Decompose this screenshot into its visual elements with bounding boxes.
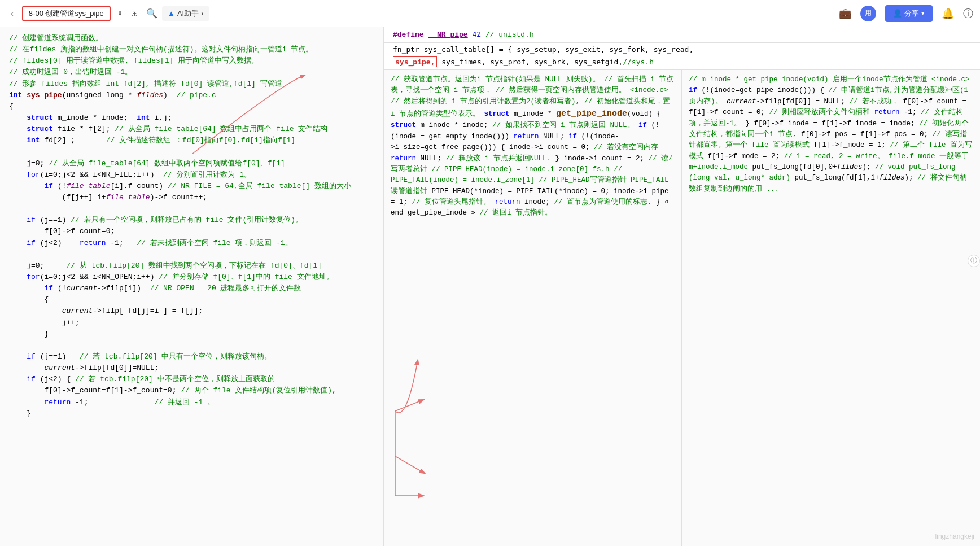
left-code-block[interactable]: // 创建管道系统调用函数。 // 在fildes 所指的数组中创建一对文件句柄… — [0, 27, 383, 546]
ai-assistant-button[interactable]: ▲ AI助手 › — [162, 6, 209, 21]
right-col-2[interactable]: // m_inode * get_pipe_inode(void) 启用一个in… — [682, 70, 980, 546]
tag-icon[interactable]: ⚓ — [132, 8, 137, 19]
right-col-1[interactable]: // 获取管道节点。返回为i 节点指针(如果是 NULL 则失败)。 // 首先… — [384, 70, 682, 546]
circle-icon[interactable]: ⓘ — [963, 7, 973, 20]
share-dropdown-icon: ▾ — [921, 10, 925, 17]
download-icon[interactable]: ⬇ — [117, 8, 123, 19]
bell-icon[interactable]: 🔔 — [942, 7, 954, 19]
top-strip: #define __NR_pipe 42 // unistd.h — [384, 27, 980, 43]
share-icon: 👤 — [893, 9, 902, 18]
right-col-2-code: // m_inode * get_pipe_inode(void) 启用一个in… — [689, 75, 973, 195]
ai-arrow-icon: › — [201, 9, 203, 18]
avatar[interactable]: 用 — [860, 6, 876, 21]
tab-label[interactable]: 8-00 创建管道sys_pipe — [22, 6, 111, 21]
header-icons: ⬇ ⚓ 🔍 — [117, 8, 158, 19]
search-icon[interactable]: 🔍 — [146, 8, 158, 19]
info-icon[interactable]: ⓘ — [968, 255, 980, 267]
right-main: // 获取管道节点。返回为i 节点指针(如果是 NULL 则失败)。 // 首先… — [384, 70, 980, 546]
sys-call-table-line: fn_ptr sys_call_table[] = { sys_setup, s… — [384, 43, 980, 56]
briefcase-icon[interactable]: 💼 — [839, 7, 851, 19]
right-col-1-code: // 获取管道节点。返回为i 节点指针(如果是 NULL 则失败)。 // 首先… — [391, 75, 675, 219]
left-pane: // 创建管道系统调用函数。 // 在fildes 所指的数组中创建一对文件句柄… — [0, 27, 384, 546]
right-pane: #define __NR_pipe 42 // unistd.h fn_ptr … — [384, 27, 980, 546]
share-label: 分享 — [904, 8, 919, 19]
main-container: // 创建管道系统调用函数。 // 在fildes 所指的数组中创建一对文件句柄… — [0, 27, 980, 546]
ai-logo: ▲ — [168, 9, 175, 18]
sys-pipe-line: sys_pipe, sys_times, sys_prof, sys_brk, … — [384, 56, 980, 70]
back-button[interactable]: ‹ — [7, 5, 18, 21]
header: ‹ 8-00 创建管道sys_pipe ⬇ ⚓ 🔍 ▲ AI助手 › 💼 用 👤… — [0, 0, 980, 27]
share-button[interactable]: 👤 分享 ▾ — [885, 5, 933, 22]
ai-label: AI助手 — [177, 8, 199, 19]
header-right: 💼 用 👤 分享 ▾ 🔔 ⓘ — [839, 5, 973, 22]
header-left: ‹ 8-00 创建管道sys_pipe ⬇ ⚓ 🔍 ▲ AI助手 › — [7, 5, 209, 21]
